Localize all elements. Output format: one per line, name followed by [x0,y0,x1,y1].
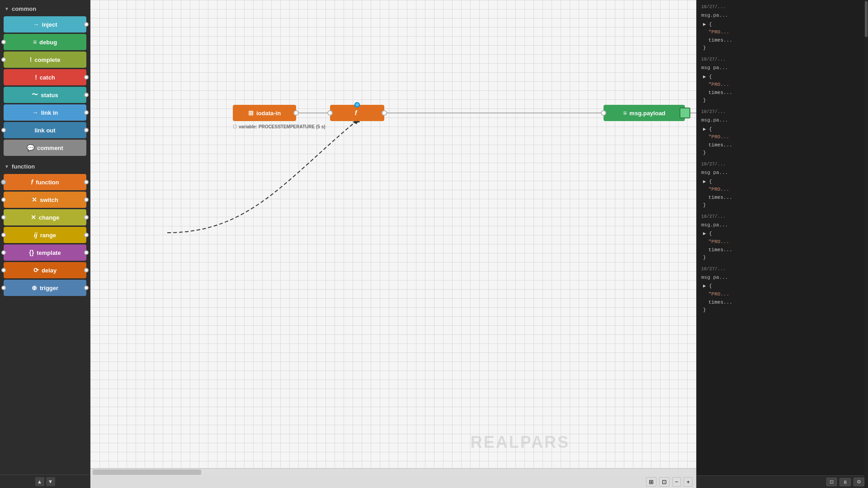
port-inject-right [84,22,89,27]
log-label-5: msg pa... [701,274,863,282]
sidebar-scroll-down[interactable]: ▼ [46,477,55,486]
complete-icon: ! [30,56,32,63]
right-pause-btn[interactable]: ⏸ [840,478,851,486]
section-common[interactable]: ▼ common [4,3,86,15]
log-label-0: msg.pa... [701,12,863,20]
node-switch[interactable]: ✕ switch [4,192,86,208]
log-obj-3: ▶ { "PRO... times... } [701,178,863,210]
log-entry-2: 10/27/... msg.pa... ▶ { "PRO... times...… [701,108,863,157]
canvas-hscroll[interactable] [90,468,696,475]
delay-icon: ⟳ [33,267,39,274]
port-switch-left [1,197,6,202]
log-label-4: msg.pa... [701,221,863,230]
section-function[interactable]: ▼ function [4,160,86,173]
port-template-right [84,250,89,255]
node-function-label: function [36,179,59,186]
subtext-check: ☐ [233,124,237,129]
node-comment-label: comment [37,145,63,151]
watermark: REALPARS [471,433,570,452]
port-function-right [84,180,89,184]
port-change-right [84,215,89,220]
log-obj-0: ▶ { "PRO... times... } [701,21,863,52]
log-time-3: 10/27/... [701,161,863,168]
right-panel: 10/27/... msg.pa... ▶ { "PRO... times...… [696,0,868,488]
port-trigger-left [1,286,6,290]
range-icon: ij [34,231,38,239]
right-vscroll-thumb[interactable] [865,1,868,37]
canvas-zoom-in-btn[interactable]: + [684,477,693,487]
port-linkout-left [1,128,6,132]
iodata-subtext: ☐ variable: PROCESSTEMPERATURE (5 s) [233,124,326,129]
port-debug-left [1,40,6,44]
right-panel-log: 10/27/... msg.pa... ▶ { "PRO... times...… [697,0,868,475]
log-entry-1: 10/27/... msg pa... ▶ { "PRO... times...… [701,56,863,105]
log-time-2: 10/27/... [701,108,863,116]
switch-icon: ✕ [32,196,37,203]
comment-icon: 💬 [27,144,34,151]
canvas-node-func[interactable]: f [330,105,384,121]
node-inject[interactable]: → inject [4,16,86,33]
right-settings-btn[interactable]: ⚙ [854,478,864,486]
h-scrollbar-track[interactable] [90,469,696,476]
section-common-label: common [12,5,36,12]
canvas-node-msg-payload[interactable]: ≡ msg.payload [604,105,685,121]
node-catch[interactable]: ! catch [4,69,86,85]
node-change[interactable]: ✕ change [4,209,86,225]
canvas-grid-btn[interactable]: ⊞ [646,477,656,487]
node-status[interactable]: 〜 status [4,87,86,103]
node-function[interactable]: f function [4,174,86,190]
sidebar-scroll-up[interactable]: ▲ [35,477,44,486]
func-port-right [382,110,387,116]
port-range-right [84,233,89,237]
iodata-icon: ⊞ [248,109,254,117]
log-label-2: msg.pa... [701,117,863,125]
port-function-left [1,179,6,185]
log-time-5: 10/27/... [701,266,863,273]
catch-icon: ! [35,74,37,81]
node-range[interactable]: ij range [4,227,86,243]
canvas-toolbar: ⊞ ⊡ − + [90,475,696,488]
right-bottom-toolbar: ⊡ ⏸ ⚙ [697,475,868,488]
msgpayload-port-right [679,108,690,118]
function-icon: f [31,178,33,186]
node-debug-label: debug [39,39,57,46]
chevron-common: ▼ [5,6,9,11]
chevron-function: ▼ [5,164,9,169]
node-template[interactable]: {} template [4,244,86,261]
log-entry-4: 10/27/... msg.pa... ▶ { "PRO... times...… [701,213,863,262]
node-comment[interactable]: 💬 comment [4,140,86,156]
iodata-label: iodata-in [256,110,281,117]
canvas-fit-btn[interactable]: ⊡ [659,477,670,487]
port-complete-left [1,57,6,62]
node-delay[interactable]: ⟳ delay [4,262,86,278]
node-switch-label: switch [40,197,58,203]
node-status-label: status [41,92,58,99]
inject-icon: → [33,21,39,28]
canvas-node-iodata-in[interactable]: ⊞ iodata-in ☐ variable: PROCESSTEMPERATU… [233,105,296,121]
node-link-in[interactable]: → link in [4,104,86,121]
sidebar-scroll: ▼ common → inject ≡ debug ! complete ! c… [0,0,90,474]
node-trigger[interactable]: ⊕ trigger [4,280,86,296]
log-time-0: 10/27/... [701,4,863,11]
log-time-1: 10/27/... [701,56,863,63]
h-scrollbar-thumb[interactable] [93,469,201,475]
node-complete[interactable]: ! complete [4,52,86,68]
port-status-right [84,93,89,97]
iodata-port-right [293,110,299,116]
node-link-out[interactable]: link out [4,122,86,138]
node-debug[interactable]: ≡ debug [4,34,86,50]
port-change-left [1,215,6,220]
node-trigger-label: trigger [40,285,58,291]
canvas-zoom-out-btn[interactable]: − [672,477,681,487]
node-range-label: range [40,232,56,239]
port-catch-right [84,75,89,80]
log-obj-1: ▶ { "PRO... times... } [701,73,863,105]
msgpayload-port-left [601,110,606,116]
func-icon: f [355,109,357,117]
node-linkin-label: link in [41,109,58,116]
port-linkin-right [84,110,89,115]
right-vscroll[interactable] [864,0,868,488]
trigger-icon: ⊕ [32,284,37,291]
log-label-3: msg pa... [701,169,863,177]
right-clear-btn[interactable]: ⊡ [826,478,837,486]
